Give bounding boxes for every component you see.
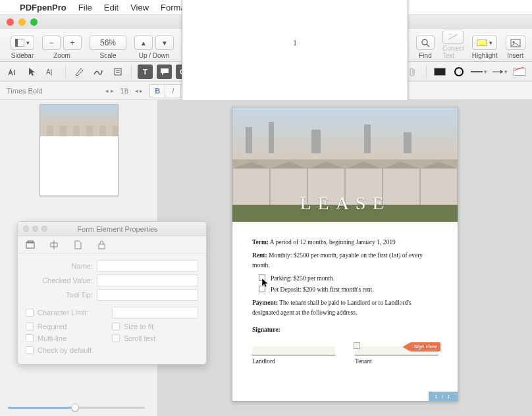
panel-scrolltext-checkbox[interactable] <box>112 334 120 342</box>
panel-required-label: Required <box>38 323 67 330</box>
panel-checked-label: Checked Value: <box>26 276 97 284</box>
page-down-button[interactable]: ▼ <box>155 36 174 50</box>
highlight-swatch-icon <box>477 39 487 46</box>
correct-text-button[interactable] <box>442 30 464 44</box>
panel-sizetofit-label: Size to fit <box>124 323 153 330</box>
freeform-tool[interactable] <box>91 65 106 79</box>
font-size-field[interactable]: 18 <box>120 87 128 95</box>
sidebar-label: Sidebar <box>11 52 34 59</box>
correct-text-label: Correct Text <box>442 45 464 59</box>
select-tool[interactable] <box>24 65 40 79</box>
sign-here-arrow-icon <box>402 342 410 351</box>
panel-tooltip-input[interactable] <box>97 289 198 301</box>
highlighter-icon <box>74 67 84 76</box>
find-button[interactable] <box>416 36 435 50</box>
panel-close-button[interactable] <box>23 226 29 232</box>
panel-multiline-checkbox[interactable] <box>26 334 34 342</box>
thumbnail-zoom-slider[interactable] <box>8 403 145 412</box>
signature-label: Signature: <box>252 326 280 333</box>
menu-file[interactable]: File <box>78 3 92 13</box>
cursor-icon <box>28 67 36 76</box>
document-canvas[interactable]: LEASE Term: A period of 12 months, begin… <box>158 100 532 416</box>
insert-label: Insert <box>507 52 523 59</box>
page-number-badge: 1 / 1 <box>429 392 458 401</box>
mouse-cursor-icon <box>261 278 268 287</box>
panel-tooltip-label: Tool Tip: <box>26 291 97 299</box>
sidebar-toggle-button[interactable]: ▾ <box>11 36 34 50</box>
menu-edit[interactable]: Edit <box>104 3 119 13</box>
sign-here-tag: Sign Here <box>402 342 440 351</box>
panel-checked-input[interactable] <box>97 274 198 286</box>
panel-required-checkbox[interactable] <box>26 323 34 330</box>
menu-view[interactable]: View <box>130 3 149 13</box>
font-name-field[interactable]: Times Bold <box>7 87 99 95</box>
fill-swatch-icon <box>514 68 525 76</box>
scale-field[interactable]: 56% <box>90 36 126 50</box>
stroke-width-icon <box>454 67 464 76</box>
alignment-tab-icon <box>49 240 59 249</box>
term-text: A period of 12 months, beginning January… <box>269 239 396 246</box>
stroke-width[interactable] <box>452 65 467 79</box>
note-tool[interactable] <box>110 65 125 79</box>
highlight-color-button[interactable]: ▾ <box>472 36 497 50</box>
svg-line-4 <box>448 34 458 39</box>
zoom-out-button[interactable]: − <box>42 36 61 50</box>
textbox-icon: T <box>141 68 150 76</box>
stroke-style-icon <box>471 70 483 74</box>
svg-point-2 <box>422 39 427 45</box>
select-text-tool[interactable]: A| <box>43 65 59 79</box>
lock-tab-icon <box>98 240 105 249</box>
panel-tab-lock[interactable] <box>95 239 107 251</box>
panel-name-input[interactable] <box>97 260 198 272</box>
highlight-tool[interactable] <box>72 65 87 79</box>
italic-button[interactable]: I <box>165 84 181 97</box>
term-label: Term: <box>252 239 269 246</box>
main-toolbar: ▾ Sidebar − + Zoom 56% Scale ▲ ▼ Up / Do… <box>0 29 532 62</box>
line-ending[interactable]: ▾ <box>491 65 508 79</box>
comment-tool[interactable] <box>157 65 172 79</box>
parking-text: Parking: $250 per month. <box>271 274 334 283</box>
search-icon <box>421 39 430 47</box>
find-label: Find <box>419 52 431 59</box>
close-window-button[interactable] <box>7 18 14 26</box>
svg-text:T: T <box>143 68 147 76</box>
bold-button[interactable]: B <box>149 84 165 97</box>
stroke-style[interactable]: ▾ <box>471 65 487 79</box>
stroke-color[interactable] <box>433 65 448 79</box>
zoom-in-button[interactable]: + <box>63 36 82 50</box>
page-up-button[interactable]: ▲ <box>134 36 153 50</box>
edit-icon <box>8 67 18 76</box>
panel-tab-alignment[interactable] <box>48 239 60 251</box>
zoom-label: Zoom <box>53 52 70 59</box>
note-icon <box>114 68 122 76</box>
insert-icon <box>510 39 521 47</box>
panel-checkbydefault-checkbox[interactable] <box>26 346 34 354</box>
landlord-signature-field[interactable] <box>252 346 335 355</box>
tenant-signature-form-field[interactable] <box>354 342 360 349</box>
comment-icon <box>160 68 169 76</box>
rent-label: Rent: <box>252 252 267 259</box>
scribble-icon <box>93 68 103 76</box>
svg-point-7 <box>512 41 514 43</box>
rent-text: Monthly: $2500 per month, payable on the… <box>252 252 423 268</box>
text-select-icon: A| <box>46 68 57 76</box>
panel-charlimit-input[interactable] <box>112 307 198 319</box>
insert-button[interactable] <box>506 36 525 50</box>
header-image: LEASE <box>232 107 458 222</box>
highlight-label: Highlight <box>472 52 498 59</box>
panel-multiline-label: Multi-line <box>38 334 66 342</box>
panel-charlimit-checkbox[interactable] <box>26 309 34 317</box>
svg-text:A|: A| <box>46 68 52 76</box>
scale-label: Scale <box>99 52 116 59</box>
line-end-icon <box>491 68 503 75</box>
panel-sizetofit-checkbox[interactable] <box>112 323 120 330</box>
panel-tab-properties[interactable] <box>24 239 36 251</box>
page-thumbnail-1[interactable] <box>40 104 119 196</box>
panel-tab-document[interactable] <box>72 239 84 251</box>
form-element-properties-panel: Form Element Properties Name: Checked Va… <box>17 221 207 365</box>
text-box-tool[interactable]: T <box>138 65 153 79</box>
edit-tool[interactable] <box>5 65 20 79</box>
stroke-swatch-icon <box>434 68 446 76</box>
fill-color[interactable] <box>512 65 527 79</box>
app-menu[interactable]: PDFpenPro <box>20 3 66 13</box>
